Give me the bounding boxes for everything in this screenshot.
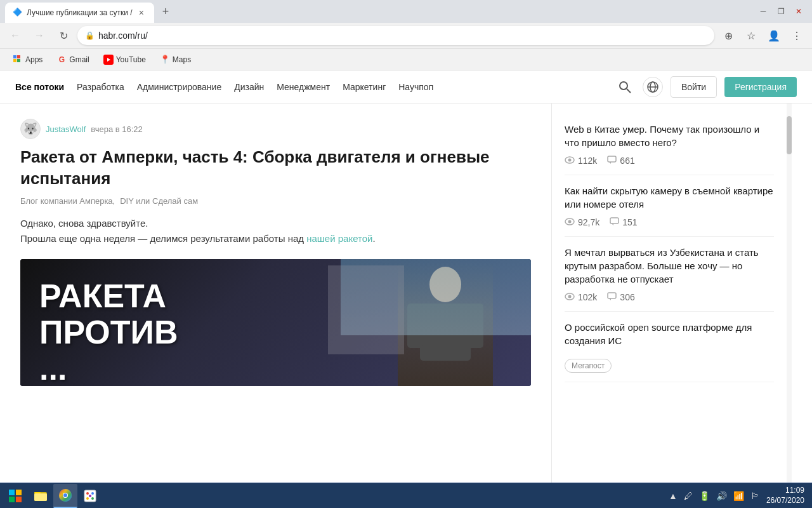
back-button[interactable]: ← [5,25,25,46]
active-tab[interactable]: 🔷 Лучшие публикации за сутки / × [5,3,154,23]
apps-label: Apps [25,55,43,64]
minimize-button[interactable]: ─ [755,3,771,20]
forward-button[interactable]: → [29,25,49,46]
comments-icon-2 [607,292,617,302]
tray-volume-icon[interactable]: 🔊 [714,490,729,502]
nav-science[interactable]: Научпоп [398,82,433,92]
bookmark-maps[interactable]: 📍 Maps [155,52,196,67]
taskbar-file-explorer[interactable] [28,484,53,508]
language-button[interactable] [643,77,663,97]
taskbar: ▲ 🖊 🔋 🔊 📶 🏳 11:09 26/07/2020 [0,483,812,508]
sidebar-stats-1: 92,7k 151 [565,217,774,227]
start-button[interactable] [3,484,28,508]
nav-management[interactable]: Менеджмент [277,82,330,92]
gmail-label: Gmail [69,55,89,64]
tab-close-button[interactable]: × [136,6,147,19]
comments-count-1: 151 [622,217,637,227]
habr-nav: Все потоки Разработка Администрирование … [0,70,812,104]
sidebar-article-title-3[interactable]: О российской open source платформе для с… [565,321,774,347]
bookmark-youtube[interactable]: YouTube [98,52,151,67]
tray-network-icon[interactable]: 📶 [731,490,746,502]
article-image-overlay-text: РАКЕТА ПРОТИВ ... [39,278,178,386]
svg-point-38 [86,492,89,495]
profile-icon[interactable]: 👤 [764,25,784,46]
bookmarks-bar: Apps G Gmail YouTube 📍 Maps [0,48,812,70]
comments-stat-1: 151 [610,217,637,227]
svg-point-39 [91,492,94,495]
gmail-icon: G [56,55,67,65]
views-count-1: 92,7k [578,217,599,227]
youtube-label: YouTube [116,55,146,64]
scrollbar-thumb[interactable] [787,116,792,154]
nav-design[interactable]: Дизайн [234,82,264,92]
tray-flag-icon: 🏳 [749,490,761,502]
megapost-badge[interactable]: Мегапост [565,359,612,373]
svg-point-40 [86,497,89,500]
views-stat-2: 102k [565,292,597,302]
article-tag-1[interactable]: DIY или Сделай сам [120,196,198,206]
comments-stat-0: 661 [607,156,634,166]
views-icon-2 [565,292,575,302]
tray-battery-icon[interactable]: 🔋 [697,490,712,502]
article-image: РАКЕТА ПРОТИВ ... [20,259,531,386]
refresh-button[interactable]: ↻ [53,25,74,46]
sidebar-stats-0: 112k 661 [565,156,774,166]
address-bar[interactable]: 🔒 habr.com/ru/ [77,26,714,45]
menu-icon[interactable]: ⋮ [787,25,807,46]
security-icon: 🔒 [85,31,95,40]
search-button[interactable] [615,77,635,97]
url-text: habr.com/ru/ [98,30,148,41]
translate-icon[interactable]: ⊕ [718,25,738,46]
comments-icon-1 [610,217,619,227]
system-tray: ▲ 🖊 🔋 🔊 📶 🏳 11:09 26/07/2020 [662,486,809,505]
nav-all-streams[interactable]: Все потоки [15,82,64,92]
svg-point-41 [91,497,94,500]
svg-point-19 [568,220,572,224]
article-date: вчера в 16:22 [91,124,142,134]
svg-marker-17 [609,162,611,164]
bookmark-apps[interactable]: Apps [8,52,48,67]
sidebar-article-2: Я мечтал вырваться из Узбекистана и стат… [565,237,774,312]
article-tag-0[interactable]: Блог компании Амперка, [20,196,115,206]
maximize-button[interactable]: ❐ [773,3,789,20]
register-button[interactable]: Регистрация [724,77,797,97]
svg-point-36 [63,493,67,497]
svg-rect-29 [16,497,22,502]
window-controls: ─ ❐ ✕ [755,3,807,20]
taskbar-paint[interactable] [77,484,103,508]
sidebar: Web в Китае умер. Почему так произошло и… [552,104,787,483]
login-button[interactable]: Войти [671,76,717,98]
sidebar-article-title-0[interactable]: Web в Китае умер. Почему так произошло и… [565,123,774,149]
sidebar-article-0: Web в Китае умер. Почему так произошло и… [565,114,774,175]
author-name[interactable]: JustasWolf [46,124,86,134]
article-title[interactable]: Ракета от Амперки, часть 4: Сборка двига… [20,147,531,190]
bookmark-icon[interactable]: ☆ [741,25,761,46]
svg-marker-21 [612,224,613,225]
intro-line1: Однако, снова здравствуйте. [20,216,531,231]
intro-link[interactable]: нашей ракетой [306,233,372,244]
nav-marketing[interactable]: Маркетинг [343,82,386,92]
svg-point-5 [620,82,627,90]
bookmark-gmail[interactable]: G Gmail [51,52,94,67]
tray-clock[interactable]: 11:09 26/07/2020 [766,486,804,505]
svg-rect-3 [17,59,20,62]
tray-pen-icon[interactable]: 🖊 [682,490,695,502]
close-window-button[interactable]: ✕ [790,3,807,20]
taskbar-chrome-browser[interactable] [53,484,77,508]
tray-up-arrow[interactable]: ▲ [667,490,679,502]
new-tab-button[interactable]: + [157,3,174,20]
main-content: 🐺 JustasWolf вчера в 16:22 Ракета от Амп… [0,104,552,483]
sidebar-article-title-2[interactable]: Я мечтал вырваться из Узбекистана и стат… [565,246,774,286]
svg-rect-26 [9,490,15,495]
svg-line-6 [627,89,631,93]
tab-title: Лучшие публикации за сутки / [27,8,133,17]
sidebar-article-3: О российской open source платформе для с… [565,312,774,382]
nav-development[interactable]: Разработка [77,82,124,92]
tab-favicon: 🔷 [13,8,23,18]
views-icon-0 [565,156,575,166]
sidebar-article-title-1[interactable]: Как найти скрытую камеру в съемной кварт… [565,184,774,211]
nav-administration[interactable]: Администрирование [137,82,222,92]
svg-rect-28 [9,497,15,502]
article-tags: Блог компании Амперка, DIY или Сделай са… [20,196,531,206]
page-scrollbar[interactable] [787,104,792,483]
